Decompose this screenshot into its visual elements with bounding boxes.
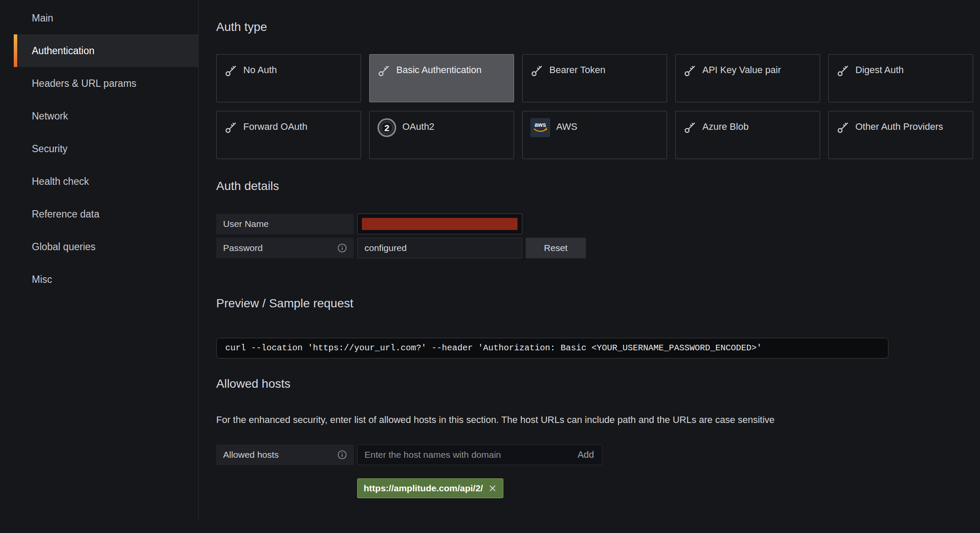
username-field[interactable]	[357, 214, 522, 234]
key-icon	[836, 61, 849, 80]
auth-type-card-oauth2[interactable]: 2OAuth2	[369, 111, 514, 159]
sidebar-item-label: Security	[32, 143, 67, 155]
auth-type-card-forward-oauth[interactable]: Forward OAuth	[216, 111, 361, 159]
aws-logo-icon: aws	[530, 118, 550, 137]
sidebar-item-label: Authentication	[32, 45, 95, 57]
auth-type-card-basic-authentication[interactable]: Basic Authentication	[369, 54, 514, 102]
auth-settings-panel: Auth type No AuthBasic AuthenticationBea…	[199, 0, 980, 533]
host-input-placeholder: Enter the host names with domain	[364, 450, 577, 460]
svg-text:2: 2	[384, 123, 389, 132]
reset-button[interactable]: Reset	[526, 238, 586, 258]
info-icon[interactable]	[337, 450, 347, 459]
password-row: Password configured Reset	[216, 238, 980, 258]
sidebar-item-main[interactable]: Main	[14, 2, 198, 34]
sidebar-item-label: Global queries	[32, 241, 95, 253]
close-icon[interactable]	[488, 484, 497, 493]
password-label: Password	[216, 238, 354, 258]
sidebar-item-misc[interactable]: Misc	[14, 263, 198, 296]
auth-type-card-label: No Auth	[243, 64, 277, 75]
username-row: User Name	[216, 214, 980, 234]
sidebar-item-authentication[interactable]: Authentication	[14, 34, 198, 67]
auth-type-card-label: Other Auth Providers	[855, 121, 943, 132]
sidebar-item-security[interactable]: Security	[14, 132, 198, 165]
sidebar-item-label: Health check	[32, 176, 89, 187]
sidebar-item-reference-data[interactable]: Reference data	[14, 198, 198, 230]
sidebar-item-label: Reference data	[32, 208, 99, 220]
active-item-accent-bar	[14, 34, 17, 67]
auth-type-card-label: API Key Value pair	[702, 64, 781, 75]
info-icon[interactable]	[337, 243, 347, 253]
auth-type-card-label: Forward OAuth	[243, 121, 307, 132]
sidebar-item-network[interactable]: Network	[14, 100, 198, 132]
allowed-hosts-row: Allowed hosts Enter the host names with …	[216, 444, 980, 465]
allowed-hosts-tags: https://amplitude.com/api/2/	[216, 478, 980, 498]
sidebar-item-health-check[interactable]: Health check	[14, 165, 198, 198]
allowed-hosts-label: Allowed hosts	[216, 444, 354, 465]
sidebar-item-label: Misc	[32, 274, 52, 285]
auth-type-card-other-auth-providers[interactable]: Other Auth Providers	[828, 111, 973, 159]
auth-type-card-label: Bearer Token	[549, 64, 605, 75]
allowed-hosts-description: For the enhanced security, enter list of…	[216, 410, 831, 429]
auth-type-card-label: Basic Authentication	[396, 64, 481, 75]
key-icon	[683, 61, 696, 80]
redacted-username-value	[362, 218, 518, 230]
key-icon	[224, 61, 237, 80]
auth-type-title: Auth type	[216, 20, 980, 34]
auth-type-card-aws[interactable]: awsAWS	[522, 111, 667, 159]
sidebar-item-label: Headers & URL params	[32, 78, 136, 89]
curl-sample-code: curl --location 'https://your_url.com?' …	[216, 338, 888, 358]
auth-type-options: No AuthBasic AuthenticationBearer TokenA…	[216, 54, 973, 159]
sidebar-item-label: Network	[32, 110, 68, 122]
password-field[interactable]: configured	[357, 238, 522, 258]
key-icon	[530, 61, 543, 80]
auth-type-card-label: Digest Auth	[855, 64, 904, 75]
auth-type-card-label: AWS	[556, 121, 577, 132]
allowed-hosts-title: Allowed hosts	[216, 377, 980, 391]
settings-sidebar: MainAuthenticationHeaders & URL paramsNe…	[0, 0, 198, 533]
auth-type-card-bearer-token[interactable]: Bearer Token	[522, 54, 667, 102]
key-icon	[377, 61, 390, 80]
allowed-host-url: https://amplitude.com/api/2/	[364, 483, 483, 493]
auth-type-card-api-key-value-pair[interactable]: API Key Value pair	[675, 54, 820, 102]
auth-type-card-no-auth[interactable]: No Auth	[216, 54, 361, 102]
username-label: User Name	[216, 214, 354, 234]
sidebar-nav: MainAuthenticationHeaders & URL paramsNe…	[0, 0, 198, 296]
sidebar-item-headers-url-params[interactable]: Headers & URL params	[14, 67, 198, 100]
oauth2-badge-icon: 2	[377, 118, 396, 137]
allowed-host-tag: https://amplitude.com/api/2/	[357, 478, 503, 498]
key-icon	[224, 118, 237, 137]
sidebar-item-label: Main	[32, 12, 53, 24]
svg-text:aws: aws	[535, 121, 546, 128]
host-name-input[interactable]: Enter the host names with domain Add	[357, 444, 602, 465]
key-icon	[683, 118, 696, 137]
auth-details-title: Auth details	[216, 179, 980, 193]
auth-type-card-label: Azure Blob	[702, 121, 749, 132]
preview-title: Preview / Sample request	[216, 296, 980, 311]
auth-type-card-digest-auth[interactable]: Digest Auth	[828, 54, 973, 102]
key-icon	[836, 118, 849, 137]
auth-type-card-label: OAuth2	[402, 121, 435, 132]
auth-details-form: User Name Password configured R	[216, 214, 980, 258]
sidebar-item-global-queries[interactable]: Global queries	[14, 230, 198, 263]
auth-type-card-azure-blob[interactable]: Azure Blob	[675, 111, 820, 159]
add-host-button[interactable]: Add	[577, 450, 595, 460]
